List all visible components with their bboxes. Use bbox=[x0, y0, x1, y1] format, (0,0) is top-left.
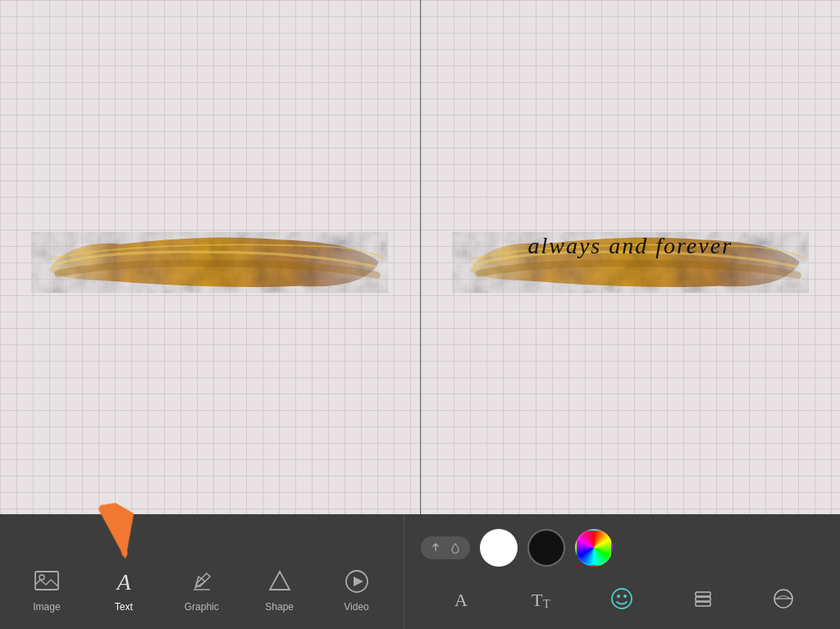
svg-point-10 bbox=[617, 595, 620, 598]
image-label: Image bbox=[33, 601, 60, 613]
svg-point-1 bbox=[39, 575, 44, 580]
left-canvas bbox=[0, 0, 421, 514]
shape-label: Shape bbox=[265, 601, 294, 613]
color-swatch-rainbow[interactable] bbox=[575, 529, 613, 567]
swatch-up-icon[interactable] bbox=[427, 540, 444, 556]
video-label: Video bbox=[344, 601, 368, 613]
left-brush-stroke bbox=[31, 208, 388, 307]
svg-text:A: A bbox=[115, 569, 131, 595]
tool-shape[interactable]: Shape bbox=[255, 561, 304, 617]
image-icon bbox=[30, 565, 63, 598]
color-swatch-black[interactable] bbox=[527, 529, 565, 567]
tool-bar: Image A Text bbox=[0, 553, 404, 621]
video-icon bbox=[340, 565, 373, 598]
text-icon: A bbox=[107, 565, 140, 598]
svg-point-11 bbox=[623, 595, 627, 598]
emoji-effect-button[interactable] bbox=[604, 581, 640, 617]
svg-text:T: T bbox=[543, 598, 550, 610]
right-panel: A T T bbox=[404, 514, 841, 629]
svg-rect-13 bbox=[696, 597, 710, 601]
text-tools-row: A T T bbox=[421, 577, 824, 620]
right-brush-stroke bbox=[452, 208, 809, 307]
graphic-label: Graphic bbox=[185, 601, 219, 613]
svg-rect-14 bbox=[696, 602, 710, 606]
font-style-button[interactable]: A bbox=[443, 581, 479, 617]
settings-button[interactable] bbox=[765, 581, 801, 617]
tool-image[interactable]: Image bbox=[22, 561, 71, 617]
swatch-group[interactable] bbox=[421, 536, 470, 559]
svg-marker-5 bbox=[354, 577, 363, 586]
bottom-toolbar: Image A Text bbox=[0, 514, 404, 629]
right-canvas: always and forever bbox=[421, 0, 841, 514]
svg-rect-12 bbox=[696, 592, 710, 596]
tool-graphic[interactable]: Graphic bbox=[176, 561, 227, 617]
svg-point-9 bbox=[612, 589, 632, 608]
svg-text:A: A bbox=[454, 590, 468, 610]
shape-icon bbox=[263, 565, 296, 598]
text-label: Text bbox=[115, 601, 133, 613]
tool-text[interactable]: A Text bbox=[99, 561, 148, 617]
swatch-drop-icon[interactable] bbox=[447, 540, 463, 556]
graphic-icon bbox=[185, 565, 218, 598]
layers-button[interactable] bbox=[685, 581, 721, 617]
color-row bbox=[421, 524, 824, 572]
tool-video[interactable]: Video bbox=[332, 561, 381, 617]
color-swatch-white[interactable] bbox=[480, 529, 518, 567]
svg-text:T: T bbox=[532, 590, 543, 610]
font-size-button[interactable]: T T bbox=[523, 581, 559, 617]
